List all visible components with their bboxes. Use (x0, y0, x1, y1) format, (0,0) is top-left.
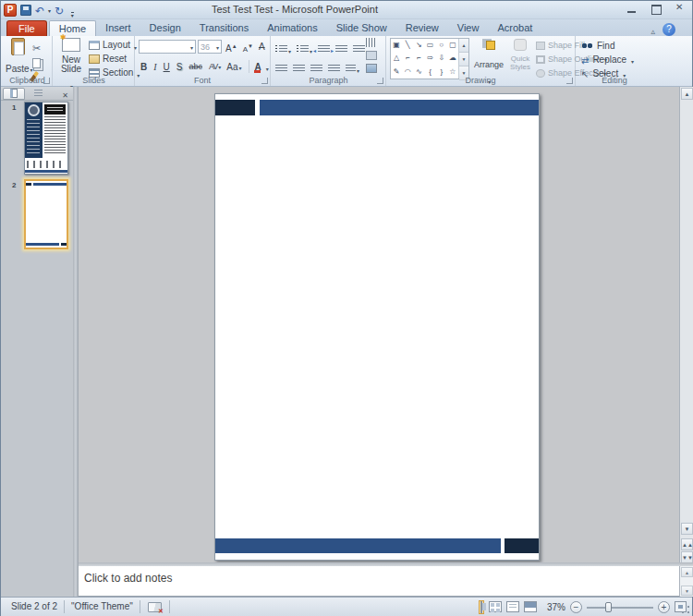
slide-sorter-view-icon[interactable] (489, 601, 502, 612)
text-direction-icon[interactable] (366, 38, 377, 47)
align-right-icon[interactable] (310, 65, 322, 73)
slide-canvas[interactable] (214, 93, 540, 561)
copy-icon[interactable] (32, 58, 41, 68)
increase-indent-icon[interactable] (335, 45, 347, 54)
slide-1-thumbnail[interactable] (24, 102, 68, 175)
shape-arrow-icon[interactable]: ↘ (413, 39, 424, 52)
zoom-in-icon[interactable] (658, 601, 670, 613)
bullets-button[interactable] (275, 41, 291, 57)
zoom-out-icon[interactable] (570, 601, 582, 613)
shape-line-icon[interactable]: ╲ (402, 39, 413, 52)
customize-qat-icon[interactable] (67, 5, 77, 16)
close-button[interactable] (674, 4, 687, 14)
tab-review[interactable]: Review (396, 20, 448, 36)
notes-scrollbar[interactable] (679, 566, 693, 597)
previous-slide-icon[interactable] (681, 538, 693, 550)
tab-view[interactable]: View (448, 20, 489, 36)
new-slide-button[interactable]: New Slide (56, 38, 86, 79)
shape-oval-icon[interactable]: ○ (436, 39, 447, 52)
redo-icon[interactable] (55, 2, 64, 18)
restore-button[interactable] (650, 4, 663, 14)
grow-font-button[interactable]: A▲ (224, 40, 239, 54)
font-dialog-launcher[interactable] (261, 78, 268, 84)
tab-file[interactable]: File (6, 20, 47, 36)
editor-scrollbar[interactable] (679, 87, 693, 562)
columns-button[interactable] (346, 60, 359, 77)
shape-elbow-arrow-icon[interactable]: ⌐ (413, 52, 424, 65)
tab-acrobat[interactable]: Acrobat (488, 20, 541, 36)
undo-icon[interactable] (35, 2, 44, 18)
shrink-font-button[interactable]: A▼ (241, 40, 255, 54)
scroll-up-icon[interactable] (681, 88, 693, 100)
find-button[interactable]: Find (581, 40, 634, 51)
scroll-down-icon[interactable] (681, 523, 693, 535)
shape-cloud-icon[interactable]: ☁ (447, 52, 458, 65)
normal-view-button[interactable] (479, 600, 484, 614)
layout-button[interactable]: Layout (89, 39, 140, 51)
spell-check-icon[interactable] (148, 602, 162, 612)
bold-button[interactable]: B (139, 60, 149, 74)
shape-rounded-rectangle-icon[interactable]: ▢ (447, 39, 458, 52)
undo-dropdown-caret[interactable] (48, 7, 51, 14)
shape-elbow-connector-icon[interactable]: ⌐ (402, 52, 413, 65)
convert-to-smartart-icon[interactable] (366, 64, 377, 73)
align-text-icon[interactable] (366, 51, 377, 60)
font-color-button[interactable]: A (254, 62, 262, 72)
replace-button[interactable]: Replace (581, 54, 634, 65)
justify-icon[interactable] (328, 65, 340, 73)
notes-scroll-up-icon[interactable] (681, 567, 693, 577)
quick-styles-button[interactable]: Quick Styles (506, 38, 534, 80)
notes-placeholder[interactable]: Click to add notes (84, 572, 172, 585)
tab-insert[interactable]: Insert (96, 20, 140, 36)
tab-home[interactable]: Home (49, 20, 96, 36)
help-button[interactable] (663, 23, 675, 36)
tab-animations[interactable]: Animations (258, 20, 326, 36)
character-spacing-button[interactable]: AV (207, 60, 222, 74)
slide-show-view-icon[interactable] (524, 601, 537, 612)
paragraph-dialog-launcher[interactable] (377, 78, 383, 84)
numbering-button[interactable] (297, 41, 312, 57)
clear-formatting-button[interactable]: A (257, 40, 267, 54)
cut-icon[interactable] (32, 39, 41, 55)
save-icon[interactable] (20, 5, 31, 16)
notes-pane[interactable]: Click to add notes (79, 566, 679, 597)
align-center-icon[interactable] (293, 65, 305, 73)
shape-down-arrow-icon[interactable]: ⇩ (436, 52, 447, 65)
slide-2-thumbnail-selected[interactable] (24, 179, 68, 249)
strikethrough-button[interactable]: abc (187, 60, 204, 74)
tab-slide-show[interactable]: Slide Show (327, 20, 396, 36)
text-shadow-button[interactable]: S (175, 60, 185, 74)
shape-textbox-icon[interactable]: ▣ (391, 39, 402, 52)
italic-button[interactable]: I (152, 60, 158, 74)
drawing-dialog-launcher[interactable] (566, 78, 573, 84)
align-left-icon[interactable] (275, 65, 287, 73)
zoom-slider[interactable] (587, 601, 653, 613)
arrange-button[interactable]: Arrange (473, 38, 505, 80)
reading-view-icon[interactable] (506, 601, 519, 612)
powerpoint-icon[interactable] (4, 4, 17, 17)
slides-tab[interactable] (3, 88, 25, 100)
shape-rectangle-icon[interactable]: ▭ (425, 39, 436, 52)
font-size-combo[interactable]: 36 (198, 40, 222, 54)
decrease-indent-icon[interactable] (318, 45, 330, 54)
zoom-level[interactable]: 37% (541, 602, 565, 612)
underline-button[interactable]: U (162, 60, 172, 74)
font-color-caret-icon[interactable] (265, 58, 269, 75)
shape-triangle-icon[interactable]: △ (391, 52, 402, 65)
clipboard-dialog-launcher[interactable] (43, 78, 50, 84)
zoom-slider-thumb[interactable] (605, 602, 612, 612)
paste-button[interactable]: Paste (6, 38, 30, 77)
font-name-combo[interactable] (139, 40, 196, 54)
outline-tab[interactable] (27, 88, 49, 100)
minimize-button[interactable] (626, 4, 638, 14)
shape-right-arrow-icon[interactable]: ⇨ (425, 52, 436, 65)
reset-button[interactable]: Reset (89, 53, 140, 65)
notes-scroll-down-icon[interactable] (681, 586, 693, 596)
tab-transitions[interactable]: Transitions (190, 20, 258, 36)
pane-close-icon[interactable] (59, 88, 71, 100)
shapes-scroll-up-icon[interactable]: ▲ (459, 39, 468, 53)
change-case-button[interactable]: Aa (225, 60, 243, 74)
resize-grip[interactable] (680, 604, 691, 615)
shapes-scroll-down-icon[interactable]: ▼ (459, 53, 468, 66)
tab-design[interactable]: Design (140, 20, 190, 36)
